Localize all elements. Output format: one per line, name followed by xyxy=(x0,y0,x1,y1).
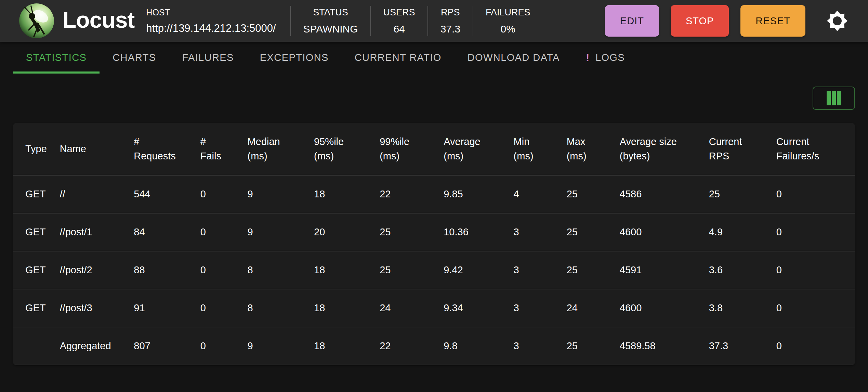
cell-current-failures: 0 xyxy=(771,175,855,213)
tab-label: FAILURES xyxy=(182,52,234,63)
rps-label: RPS xyxy=(441,7,460,18)
cell-current-rps: 3.6 xyxy=(703,251,771,289)
tab-label: LOGS xyxy=(595,52,625,63)
edit-button[interactable]: EDIT xyxy=(605,5,659,37)
tab-logs[interactable]: ! LOGS xyxy=(573,42,638,74)
cell-name: //post/1 xyxy=(54,213,129,251)
stop-button[interactable]: STOP xyxy=(671,5,729,37)
table-body: GET // 544 0 9 18 22 9.85 4 25 4586 25 0… xyxy=(13,175,855,365)
table-row: GET //post/3 91 0 8 18 24 9.34 3 24 4600… xyxy=(13,289,855,327)
users-value: 64 xyxy=(393,23,405,35)
statistics-table-panel: Type Name #Requests #Fails Median(ms) 95… xyxy=(13,123,855,365)
table-row: GET // 544 0 9 18 22 9.85 4 25 4586 25 0 xyxy=(13,175,855,213)
cell-requests: 807 xyxy=(128,327,195,365)
locust-logo xyxy=(19,3,54,39)
cell-current-failures: 0 xyxy=(771,327,855,365)
cell-95ile: 18 xyxy=(308,289,374,327)
reset-button[interactable]: RESET xyxy=(740,5,805,37)
tab-statistics[interactable]: STATISTICS xyxy=(13,42,100,74)
failures-label: FAILURES xyxy=(486,7,530,18)
cell-current-rps: 4.9 xyxy=(703,213,771,251)
column-header-95ile[interactable]: 95%ile(ms) xyxy=(308,123,374,175)
column-header-99ile[interactable]: 99%ile(ms) xyxy=(374,123,438,175)
tab-label: STATISTICS xyxy=(26,52,87,63)
cell-type: GET xyxy=(13,175,54,213)
cell-requests: 88 xyxy=(128,251,195,289)
cell-99ile: 22 xyxy=(374,327,438,365)
failures-indicator: FAILURES 0% xyxy=(473,7,543,35)
column-header-current-failures[interactable]: CurrentFailures/s xyxy=(771,123,855,175)
users-label: USERS xyxy=(383,7,415,18)
cell-max: 25 xyxy=(561,251,614,289)
cell-name: Aggregated xyxy=(54,327,129,365)
cell-average-size: 4591 xyxy=(614,251,703,289)
column-header-median[interactable]: Median(ms) xyxy=(242,123,308,175)
cell-fails: 0 xyxy=(195,213,242,251)
app-title: Locust xyxy=(63,7,134,33)
cell-99ile: 22 xyxy=(374,175,438,213)
host-label: HOST xyxy=(146,8,276,17)
column-header-min[interactable]: Min(ms) xyxy=(508,123,561,175)
tab-current-ratio[interactable]: CURRENT RATIO xyxy=(342,42,455,74)
cell-min: 3 xyxy=(508,251,561,289)
cell-average: 10.36 xyxy=(438,213,508,251)
view-columns-icon xyxy=(826,91,841,106)
failures-value: 0% xyxy=(501,23,515,35)
host-url: http://139.144.212.13:5000/ xyxy=(146,22,276,35)
cell-min: 3 xyxy=(508,289,561,327)
column-header-requests[interactable]: #Requests xyxy=(128,123,195,175)
cell-current-failures: 0 xyxy=(771,289,855,327)
cell-95ile: 18 xyxy=(308,327,374,365)
cell-fails: 0 xyxy=(195,327,242,365)
settings-button[interactable] xyxy=(825,9,849,33)
users-indicator: USERS 64 xyxy=(371,7,428,35)
statistics-table: Type Name #Requests #Fails Median(ms) 95… xyxy=(13,123,855,365)
cell-fails: 0 xyxy=(195,289,242,327)
cell-median: 9 xyxy=(242,213,308,251)
cell-95ile: 18 xyxy=(308,251,374,289)
cell-median: 8 xyxy=(242,289,308,327)
cell-current-failures: 0 xyxy=(771,251,855,289)
table-row: GET //post/1 84 0 9 20 25 10.36 3 25 460… xyxy=(13,213,855,251)
cell-requests: 91 xyxy=(128,289,195,327)
column-header-average[interactable]: Average(ms) xyxy=(438,123,508,175)
cell-95ile: 18 xyxy=(308,175,374,213)
cell-average: 9.34 xyxy=(438,289,508,327)
cell-name: // xyxy=(54,175,129,213)
tab-exceptions[interactable]: EXCEPTIONS xyxy=(247,42,342,74)
cell-max: 25 xyxy=(561,175,614,213)
tab-failures[interactable]: FAILURES xyxy=(169,42,247,74)
cell-median: 8 xyxy=(242,251,308,289)
table-row-aggregated: Aggregated 807 0 9 18 22 9.8 3 25 4589.5… xyxy=(13,327,855,365)
cell-min: 3 xyxy=(508,213,561,251)
tab-label: DOWNLOAD DATA xyxy=(468,52,560,63)
cell-fails: 0 xyxy=(195,251,242,289)
column-header-fails[interactable]: #Fails xyxy=(195,123,242,175)
statistics-page: Type Name #Requests #Fails Median(ms) 95… xyxy=(0,74,868,365)
column-header-average-size[interactable]: Average size(bytes) xyxy=(614,123,703,175)
cell-max: 25 xyxy=(561,327,614,365)
cell-type: GET xyxy=(13,251,54,289)
cell-average-size: 4589.58 xyxy=(614,327,703,365)
column-selector-button[interactable] xyxy=(813,87,855,110)
cell-name: //post/3 xyxy=(54,289,129,327)
column-header-name[interactable]: Name xyxy=(54,123,129,175)
cell-95ile: 20 xyxy=(308,213,374,251)
status-value: SPAWNING xyxy=(303,23,358,35)
exclamation-icon: ! xyxy=(586,51,590,64)
table-header: Type Name #Requests #Fails Median(ms) 95… xyxy=(13,123,855,175)
cell-type: GET xyxy=(13,289,54,327)
cell-max: 25 xyxy=(561,213,614,251)
column-header-max[interactable]: Max(ms) xyxy=(561,123,614,175)
tab-charts[interactable]: CHARTS xyxy=(100,42,169,74)
tab-download-data[interactable]: DOWNLOAD DATA xyxy=(455,42,573,74)
column-header-type[interactable]: Type xyxy=(13,123,54,175)
cell-average: 9.85 xyxy=(438,175,508,213)
cell-type xyxy=(13,327,54,365)
cell-current-rps: 25 xyxy=(703,175,771,213)
cell-max: 24 xyxy=(561,289,614,327)
column-header-current-rps[interactable]: CurrentRPS xyxy=(703,123,771,175)
cell-min: 3 xyxy=(508,327,561,365)
cell-current-failures: 0 xyxy=(771,213,855,251)
cell-average-size: 4586 xyxy=(614,175,703,213)
